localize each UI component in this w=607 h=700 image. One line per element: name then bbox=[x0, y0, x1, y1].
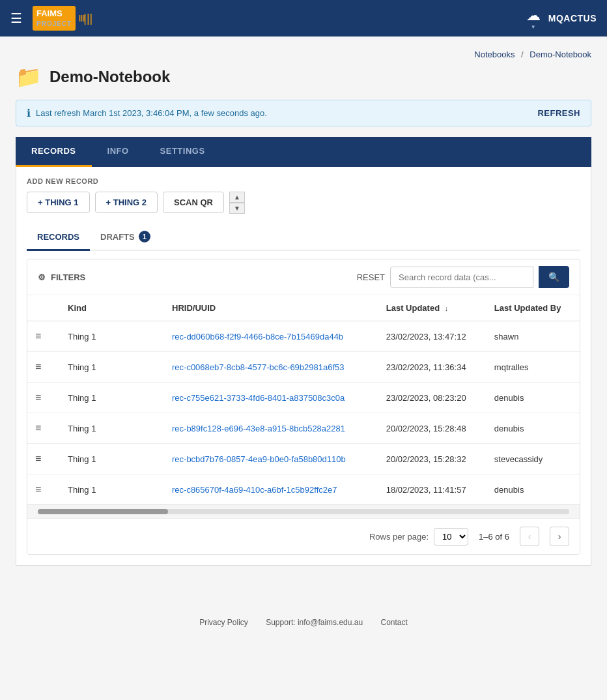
row-icon-cell: ≡ bbox=[27, 474, 60, 505]
logo-box: FAIMS PROJECT bbox=[33, 6, 76, 31]
row-kind: Thing 1 bbox=[60, 321, 164, 352]
col-header-last-updated-by: Last Updated By bbox=[487, 295, 580, 321]
row-last-updated-by: shawn bbox=[487, 321, 580, 352]
next-page-button[interactable]: › bbox=[550, 527, 569, 546]
record-link[interactable]: rec-bcbd7b76-0857-4ea9-b0e0-fa58b80d110b bbox=[172, 454, 346, 464]
row-icon-cell: ≡ bbox=[27, 413, 60, 444]
record-type-icon: ≡ bbox=[35, 392, 41, 403]
footer: Privacy Policy Support: info@faims.edu.a… bbox=[0, 605, 607, 640]
record-type-icon: ≡ bbox=[35, 422, 41, 433]
record-link[interactable]: rec-dd060b68-f2f9-4466-b8ce-7b15469da44b bbox=[172, 332, 343, 342]
info-bar: ℹ Last refresh March 1st 2023, 3:46:04 P… bbox=[16, 100, 591, 126]
sub-tab-bar: RECORDS DRAFTS 1 bbox=[27, 224, 580, 251]
tab-info[interactable]: INFO bbox=[92, 137, 145, 167]
tab-records[interactable]: RECORDS bbox=[16, 137, 92, 167]
record-type-icon: ≡ bbox=[35, 453, 41, 464]
logo: FAIMS PROJECT ||| bbox=[33, 6, 92, 31]
tab-settings[interactable]: SETTINGS bbox=[145, 137, 221, 167]
col-header-last-updated[interactable]: Last Updated ↓ bbox=[378, 295, 487, 321]
info-icon: ℹ bbox=[27, 107, 31, 119]
drafts-badge: 1 bbox=[139, 231, 150, 242]
row-kind: Thing 1 bbox=[60, 352, 164, 383]
row-icon-cell: ≡ bbox=[27, 321, 60, 352]
table-row[interactable]: ≡ Thing 1 rec-bcbd7b76-0857-4ea9-b0e0-fa… bbox=[27, 444, 580, 474]
row-last-updated-by: denubis bbox=[487, 383, 580, 413]
row-kind: Thing 1 bbox=[60, 444, 164, 474]
sort-icon: ↓ bbox=[445, 304, 449, 312]
row-last-updated-by: denubis bbox=[487, 474, 580, 505]
row-hrid[interactable]: rec-c755e621-3733-4fd6-8401-a837508c3c0a bbox=[164, 383, 378, 413]
table-row[interactable]: ≡ Thing 1 rec-c755e621-3733-4fd6-8401-a8… bbox=[27, 383, 580, 413]
breadcrumb-notebooks-link[interactable]: Notebooks bbox=[474, 50, 515, 59]
table-scroll-wrapper[interactable]: Kind HRID/UUID Last Updated ↓ Last Updat… bbox=[27, 295, 580, 504]
filter-icon: ⚙ bbox=[38, 272, 46, 282]
add-thing2-button[interactable]: + THING 2 bbox=[95, 192, 158, 213]
hamburger-menu-icon[interactable]: ☰ bbox=[10, 10, 22, 26]
sub-tab-records[interactable]: RECORDS bbox=[27, 224, 90, 251]
sub-tab-drafts[interactable]: DRAFTS 1 bbox=[90, 224, 161, 251]
col-header-kind: Kind bbox=[60, 295, 164, 321]
footer-privacy-policy-link[interactable]: Privacy Policy bbox=[199, 618, 248, 627]
record-link[interactable]: rec-c0068eb7-8cb8-4577-bc6c-69b2981a6f53 bbox=[172, 362, 345, 372]
horizontal-scrollbar[interactable] bbox=[27, 504, 580, 518]
table-row[interactable]: ≡ Thing 1 rec-dd060b68-f2f9-4466-b8ce-7b… bbox=[27, 321, 580, 352]
main-tab-bar: RECORDS INFO SETTINGS bbox=[16, 137, 591, 167]
record-link[interactable]: rec-c755e621-3733-4fd6-8401-a837508c3c0a bbox=[172, 393, 345, 403]
add-thing1-button[interactable]: + THING 1 bbox=[27, 192, 90, 213]
filters-label: FILTERS bbox=[51, 272, 85, 282]
col-header-icon bbox=[27, 295, 60, 321]
refresh-button[interactable]: REFRESH bbox=[537, 108, 580, 118]
scan-qr-button[interactable]: SCAN QR bbox=[163, 192, 224, 213]
logo-bars-icon: ||| bbox=[83, 12, 92, 25]
refresh-message: Last refresh March 1st 2023, 3:46:04 PM,… bbox=[36, 108, 267, 118]
cloud-dropdown-icon: ▼ bbox=[531, 24, 536, 30]
row-kind: Thing 1 bbox=[60, 413, 164, 444]
record-link[interactable]: rec-b89fc128-e696-43e8-a915-8bcb528a2281 bbox=[172, 424, 345, 433]
search-button[interactable]: 🔍 bbox=[539, 266, 569, 288]
table-row[interactable]: ≡ Thing 1 rec-c0068eb7-8cb8-4577-bc6c-69… bbox=[27, 352, 580, 383]
top-navigation: ☰ FAIMS PROJECT ||| ☁ ▼ MQACTUS bbox=[0, 0, 607, 36]
folder-icon: 📁 bbox=[16, 65, 42, 89]
footer-contact-link[interactable]: Contact bbox=[380, 618, 407, 627]
row-last-updated: 23/02/2023, 08:23:20 bbox=[378, 383, 487, 413]
page-header: 📁 Demo-Notebook bbox=[16, 65, 591, 89]
row-hrid[interactable]: rec-c0068eb7-8cb8-4577-bc6c-69b2981a6f53 bbox=[164, 352, 378, 383]
row-kind: Thing 1 bbox=[60, 474, 164, 505]
row-hrid[interactable]: rec-bcbd7b76-0857-4ea9-b0e0-fa58b80d110b bbox=[164, 444, 378, 474]
breadcrumb: Notebooks / Demo-Notebook bbox=[16, 50, 591, 59]
row-hrid[interactable]: rec-c865670f-4a69-410c-a6bf-1c5b92ffc2e7 bbox=[164, 474, 378, 505]
row-last-updated: 18/02/2023, 11:41:57 bbox=[378, 474, 487, 505]
content-area: ADD NEW RECORD + THING 1 + THING 2 SCAN … bbox=[16, 167, 591, 566]
row-icon-cell: ≡ bbox=[27, 352, 60, 383]
footer-support-link[interactable]: Support: info@faims.edu.au bbox=[266, 618, 363, 627]
row-last-updated-by: stevecassidy bbox=[487, 444, 580, 474]
row-hrid[interactable]: rec-b89fc128-e696-43e8-a915-8bcb528a2281 bbox=[164, 413, 378, 444]
table-row[interactable]: ≡ Thing 1 rec-b89fc128-e696-43e8-a915-8b… bbox=[27, 413, 580, 444]
page-content: Notebooks / Demo-Notebook 📁 Demo-Noteboo… bbox=[0, 36, 607, 579]
row-last-updated: 20/02/2023, 15:28:32 bbox=[378, 444, 487, 474]
record-type-icon: ≡ bbox=[35, 330, 41, 342]
filter-bar: ⚙ FILTERS RESET 🔍 bbox=[27, 259, 580, 295]
reset-filters-button[interactable]: RESET bbox=[357, 272, 385, 282]
record-link[interactable]: rec-c865670f-4a69-410c-a6bf-1c5b92ffc2e7 bbox=[172, 485, 337, 495]
row-icon-cell: ≡ bbox=[27, 383, 60, 413]
rows-per-page-select[interactable]: 10 25 50 bbox=[434, 528, 468, 546]
records-table-container: ⚙ FILTERS RESET 🔍 Kind HRID/UUID bbox=[27, 259, 580, 555]
cloud-icon: ☁ bbox=[526, 7, 541, 24]
rows-per-page-label: Rows per page: bbox=[369, 532, 429, 542]
row-icon-cell: ≡ bbox=[27, 444, 60, 474]
search-input[interactable] bbox=[390, 267, 533, 288]
row-last-updated: 23/02/2023, 11:36:34 bbox=[378, 352, 487, 383]
row-last-updated: 23/02/2023, 13:47:12 bbox=[378, 321, 487, 352]
record-type-icon: ≡ bbox=[35, 361, 41, 372]
page-title: Demo-Notebook bbox=[49, 68, 170, 86]
scroll-down-button[interactable]: ▼ bbox=[229, 203, 245, 214]
scroll-up-button[interactable]: ▲ bbox=[229, 192, 245, 203]
prev-page-button[interactable]: ‹ bbox=[520, 527, 539, 546]
row-hrid[interactable]: rec-dd060b68-f2f9-4466-b8ce-7b15469da44b bbox=[164, 321, 378, 352]
table-row[interactable]: ≡ Thing 1 rec-c865670f-4a69-410c-a6bf-1c… bbox=[27, 474, 580, 505]
cloud-sync-button[interactable]: ☁ ▼ bbox=[526, 7, 541, 30]
add-record-label: ADD NEW RECORD bbox=[27, 177, 580, 185]
scroll-arrows: ▲ ▼ bbox=[229, 192, 245, 214]
row-last-updated-by: denubis bbox=[487, 413, 580, 444]
